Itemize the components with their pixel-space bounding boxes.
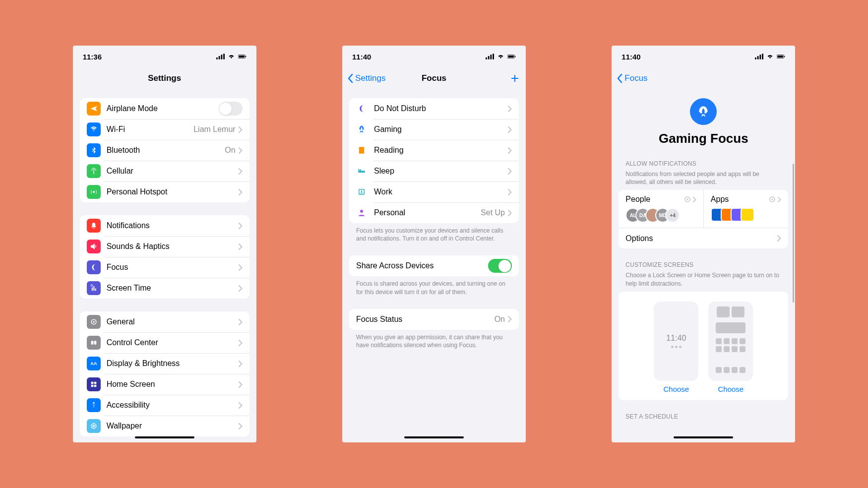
settings-row-accessibility[interactable]: Accessibility <box>80 395 249 416</box>
svg-rect-36 <box>508 56 513 58</box>
toggle[interactable] <box>219 102 243 116</box>
row-label: Sleep <box>374 167 508 176</box>
svg-point-8 <box>93 191 95 193</box>
scroll-indicator[interactable] <box>793 164 794 303</box>
svg-point-44 <box>360 210 363 213</box>
allow-desc: Notifications from selected people and a… <box>619 170 788 190</box>
app-icons <box>711 208 782 222</box>
chevron-right-icon <box>239 189 243 195</box>
settings-row-home-screen[interactable]: Home Screen <box>80 374 249 395</box>
battery-icon <box>238 54 247 60</box>
svg-rect-39 <box>358 171 365 173</box>
people-label: People <box>625 195 650 204</box>
row-detail: Set Up <box>481 208 505 217</box>
badge-icon <box>356 186 367 197</box>
settings-row-control-center[interactable]: Control Center <box>80 332 249 353</box>
moon-icon <box>356 103 367 114</box>
svg-rect-11 <box>95 289 96 291</box>
add-focus-button[interactable]: + <box>511 71 519 85</box>
chevron-right-icon <box>239 340 243 346</box>
nav-bar: Settings <box>73 67 256 89</box>
settings-row-screen-time[interactable]: Screen Time <box>80 278 249 299</box>
svg-rect-3 <box>223 54 225 59</box>
customize-desc: Choose a Lock Screen or Home Screen page… <box>619 271 788 291</box>
wifi-icon <box>766 54 774 60</box>
choose-lock-button[interactable]: Choose <box>654 385 698 393</box>
svg-rect-6 <box>246 56 246 58</box>
focus-row-gaming[interactable]: Gaming <box>349 119 519 140</box>
svg-rect-2 <box>221 55 222 59</box>
chevron-right-icon <box>693 197 696 202</box>
row-label: Home Screen <box>107 380 239 389</box>
settings-row-wi-fi[interactable]: Wi-FiLiam Lemur <box>80 119 249 140</box>
chevron-right-icon <box>508 106 512 112</box>
settings-row-personal-hotspot[interactable]: Personal Hotspot <box>80 182 249 202</box>
settings-row-airplane-mode[interactable]: Airplane Mode <box>80 98 249 119</box>
focus-row-do-not-disturb[interactable]: Do Not Disturb <box>349 98 519 119</box>
home-indicator[interactable] <box>404 436 464 438</box>
focus-header: Gaming Focus <box>619 89 788 151</box>
row-label: Work <box>374 187 508 196</box>
signal-icon <box>486 54 494 60</box>
options-row[interactable]: Options <box>619 228 788 248</box>
battery-icon <box>507 54 516 60</box>
gaming-content[interactable]: Gaming Focus ALLOW NOTIFICATIONS Notific… <box>612 89 795 442</box>
settings-row-cellular[interactable]: Cellular <box>80 161 249 182</box>
people-cell[interactable]: People ALDAMD+4 <box>619 190 703 228</box>
sounds-icon <box>87 240 101 253</box>
svg-rect-7 <box>93 170 94 174</box>
chevron-right-icon <box>777 235 781 242</box>
row-label: General <box>107 317 239 326</box>
apps-cell[interactable]: Apps <box>703 190 789 228</box>
customize-header: CUSTOMIZE SCREENS <box>619 261 788 271</box>
focus-row-sleep[interactable]: Sleep <box>349 161 519 182</box>
people-avatars: ALDAMD+4 <box>625 208 696 223</box>
choose-home-button[interactable]: Choose <box>708 385 753 393</box>
back-label: Focus <box>624 73 647 83</box>
display-icon: AA <box>87 357 101 370</box>
share-toggle[interactable] <box>488 259 512 273</box>
settings-content[interactable]: Airplane ModeWi-FiLiam LemurBluetoothOnC… <box>73 89 256 442</box>
gear-icon <box>684 196 691 203</box>
chevron-right-icon <box>239 319 243 325</box>
rocket-icon <box>356 124 367 135</box>
settings-row-wallpaper[interactable]: Wallpaper <box>80 416 249 436</box>
lock-screen-preview[interactable]: 11:40 <box>654 302 698 381</box>
focus-row-reading[interactable]: Reading <box>349 140 519 161</box>
home-screen-preview[interactable] <box>708 302 753 381</box>
svg-rect-50 <box>778 56 783 58</box>
row-label: Reading <box>374 146 508 155</box>
general-icon <box>87 315 101 329</box>
home-indicator[interactable] <box>674 436 733 438</box>
settings-row-focus[interactable]: Focus <box>80 257 249 278</box>
svg-rect-10 <box>93 286 94 291</box>
settings-row-general[interactable]: General <box>80 311 249 332</box>
settings-row-notifications[interactable]: Notifications <box>80 215 249 236</box>
status-footer: When you give an app permission, it can … <box>349 330 519 349</box>
settings-row-sounds-haptics[interactable]: Sounds & Haptics <box>80 236 249 257</box>
focus-content[interactable]: Do Not DisturbGamingReadingSleepWorkPers… <box>342 89 526 442</box>
cellular-icon <box>87 164 101 178</box>
share-across-devices-row[interactable]: Share Across Devices <box>349 255 519 276</box>
row-label: Control Center <box>107 338 239 347</box>
status-bar: 11:40 <box>612 46 795 67</box>
focus-row-personal[interactable]: PersonalSet Up <box>349 202 519 223</box>
settings-row-display-brightness[interactable]: AADisplay & Brightness <box>80 353 249 374</box>
svg-rect-0 <box>216 58 218 60</box>
avatar-more: +4 <box>665 208 680 223</box>
settings-row-bluetooth[interactable]: BluetoothOn <box>80 140 249 161</box>
chevron-right-icon <box>508 189 512 195</box>
chevron-right-icon <box>508 316 512 322</box>
focus-row-work[interactable]: Work <box>349 182 519 202</box>
page-title: Settings <box>148 73 181 83</box>
svg-point-22 <box>93 402 94 404</box>
home-indicator[interactable] <box>135 436 194 438</box>
rocket-icon <box>690 98 717 125</box>
back-button[interactable]: Focus <box>617 73 647 83</box>
focus-status-row[interactable]: Focus Status On <box>349 309 519 330</box>
svg-rect-9 <box>92 288 93 291</box>
wifi-icon <box>87 122 101 136</box>
share-footer: Focus is shared across your devices, and… <box>349 276 519 296</box>
back-button[interactable]: Settings <box>347 73 385 83</box>
status-bar: 11:40 <box>342 46 526 67</box>
